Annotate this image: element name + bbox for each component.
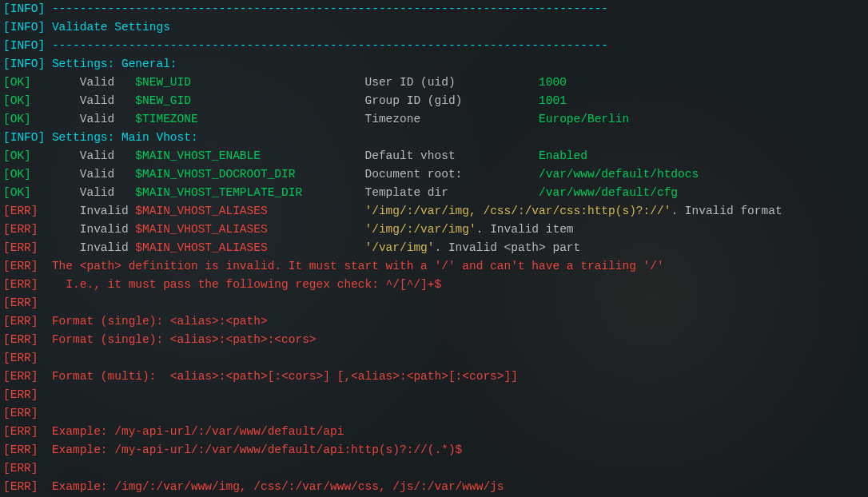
log-segment: $TIMEZONE <box>135 113 364 125</box>
log-segment: [ERR] <box>3 425 52 438</box>
log-segment: [ERR] <box>3 443 52 456</box>
log-segment: $NEW_UID <box>135 76 364 89</box>
log-segment: Timezone <box>365 113 540 125</box>
log-line: [ERR] <box>3 294 868 312</box>
log-segment: /var/www/default/htdocs <box>539 168 699 181</box>
log-segment: [OK] <box>3 113 52 125</box>
log-segment: [INFO] <box>3 39 52 52</box>
log-segment: Valid <box>52 149 135 162</box>
log-segment: [ERR] <box>3 333 52 346</box>
log-segment: Group ID (gid) <box>365 94 540 107</box>
log-line: [ERR] <box>3 404 868 423</box>
log-segment: 1000 <box>539 76 567 89</box>
log-line: [ERR] Format (single): <alias>:<path> <box>3 312 868 331</box>
log-segment: ----------------------------------------… <box>52 39 608 52</box>
log-segment: [OK] <box>3 94 52 107</box>
log-line: [ERR] Example: /my-api-url/:/var/www/def… <box>3 441 868 459</box>
log-segment: $NEW_GID <box>135 94 364 107</box>
log-segment: [ERR] <box>3 223 52 236</box>
log-segment: Example: /my-api-url/:/var/www/default/a… <box>52 443 462 456</box>
log-segment: [INFO] <box>3 131 52 144</box>
log-segment: [OK] <box>3 186 52 199</box>
log-segment: Invalid <box>52 241 135 254</box>
log-segment: [ERR] <box>3 241 52 254</box>
log-segment: [ERR] <box>3 315 52 328</box>
log-segment: Valid <box>52 186 135 199</box>
log-segment: $MAIN_VHOST_ALIASES <box>135 241 364 254</box>
log-segment: $MAIN_VHOST_DOCROOT_DIR <box>135 168 364 181</box>
log-segment: Format (multi): <alias>:<path>[:<cors>] … <box>52 370 518 383</box>
log-segment: Valid <box>52 94 135 107</box>
log-segment: . Invalid format <box>671 205 782 217</box>
log-segment: '/var/img' <box>365 241 435 254</box>
log-segment: Enabled <box>539 149 587 162</box>
log-line: [ERR] <box>3 349 868 368</box>
log-segment: Validate Settings <box>52 21 170 34</box>
log-segment: . Invalid <path> part <box>435 241 581 254</box>
log-segment: [INFO] <box>3 2 52 15</box>
log-segment: Europe/Berlin <box>539 113 629 125</box>
log-line: [INFO] ---------------------------------… <box>3 0 868 18</box>
log-line: [OK] Valid $MAIN_VHOST_ENABLE Default vh… <box>3 147 868 165</box>
log-line: [ERR] Invalid $MAIN_VHOST_ALIASES '/img/… <box>3 221 868 239</box>
log-segment: Settings: Main Vhost: <box>52 131 198 144</box>
log-line: [ERR] Format (single): <alias>:<path>:<c… <box>3 331 868 349</box>
log-segment: [OK] <box>3 76 52 89</box>
log-segment: $MAIN_VHOST_ALIASES <box>135 205 364 217</box>
log-line: [INFO] Settings: Main Vhost: <box>3 129 868 147</box>
log-segment: 1001 <box>539 94 567 107</box>
log-segment: /var/www/default/cfg <box>539 186 678 199</box>
log-segment: I.e., it must pass the following regex c… <box>52 278 441 291</box>
log-segment: Invalid <box>52 205 135 217</box>
log-segment: Default vhost <box>365 149 540 162</box>
log-line: [ERR] I.e., it must pass the following r… <box>3 276 868 294</box>
log-line: [OK] Valid $TIMEZONE Timezone Europe/Ber… <box>3 110 868 129</box>
log-segment: Valid <box>52 168 135 181</box>
log-segment: ----------------------------------------… <box>52 2 608 15</box>
log-segment: Document root: <box>365 168 540 181</box>
log-segment: $MAIN_VHOST_TEMPLATE_DIR <box>135 186 364 199</box>
log-line: [ERR] Example: /my-api-url/:/var/www/def… <box>3 423 868 441</box>
log-segment: Example: /my-api-url/:/var/www/default/a… <box>52 425 344 438</box>
log-line: [INFO] ---------------------------------… <box>3 37 868 55</box>
log-segment: [ERR] <box>3 480 52 493</box>
log-segment: [INFO] <box>3 21 52 34</box>
log-line: [OK] Valid $MAIN_VHOST_DOCROOT_DIR Docum… <box>3 165 868 184</box>
log-segment: User ID (uid) <box>365 76 540 89</box>
log-segment: [ERR] <box>3 296 52 309</box>
log-segment: Format (single): <alias>:<path> <box>52 315 268 328</box>
log-segment: [ERR] <box>3 462 52 475</box>
log-segment: [ERR] <box>3 407 52 419</box>
log-line: [INFO] Validate Settings <box>3 18 868 37</box>
log-line: [ERR] <box>3 386 868 404</box>
log-segment: [ERR] <box>3 352 52 364</box>
log-line: [OK] Valid $NEW_UID User ID (uid) 1000 <box>3 74 868 92</box>
log-line: [ERR] The <path> definition is invalid. … <box>3 257 868 276</box>
log-segment: Settings: General: <box>52 58 177 70</box>
log-segment: [ERR] <box>3 260 52 272</box>
terminal-output: [INFO] ---------------------------------… <box>3 0 868 496</box>
log-segment: [ERR] <box>3 370 52 383</box>
log-segment: Invalid <box>52 223 135 236</box>
log-line: [ERR] Invalid $MAIN_VHOST_ALIASES '/img/… <box>3 202 868 221</box>
log-line: [ERR] Example: /img/:/var/www/img, /css/… <box>3 478 868 496</box>
log-line: [ERR] Format (multi): <alias>:<path>[:<c… <box>3 368 868 386</box>
log-segment: [INFO] <box>3 58 52 70</box>
log-line: [OK] Valid $NEW_GID Group ID (gid) 1001 <box>3 92 868 110</box>
log-segment: Format (single): <alias>:<path>:<cors> <box>52 333 317 346</box>
log-segment: '/img/:/var/img' <box>365 223 476 236</box>
log-segment: [ERR] <box>3 388 52 401</box>
log-segment: [OK] <box>3 149 52 162</box>
log-segment: [ERR] <box>3 205 52 217</box>
log-segment: '/img/:/var/img, /css/:/var/css:http(s)?… <box>365 205 671 217</box>
log-line: [ERR] <box>3 459 868 478</box>
log-segment: [ERR] <box>3 278 52 291</box>
log-line: [ERR] Invalid $MAIN_VHOST_ALIASES '/var/… <box>3 239 868 257</box>
log-segment: The <path> definition is invalid. It mus… <box>52 260 664 272</box>
log-segment: Valid <box>52 113 135 125</box>
log-segment: Valid <box>52 76 135 89</box>
log-segment: [OK] <box>3 168 52 181</box>
log-segment: Example: /img/:/var/www/img, /css/:/var/… <box>52 480 504 493</box>
log-line: [INFO] Settings: General: <box>3 55 868 74</box>
log-segment: Template dir <box>365 186 540 199</box>
